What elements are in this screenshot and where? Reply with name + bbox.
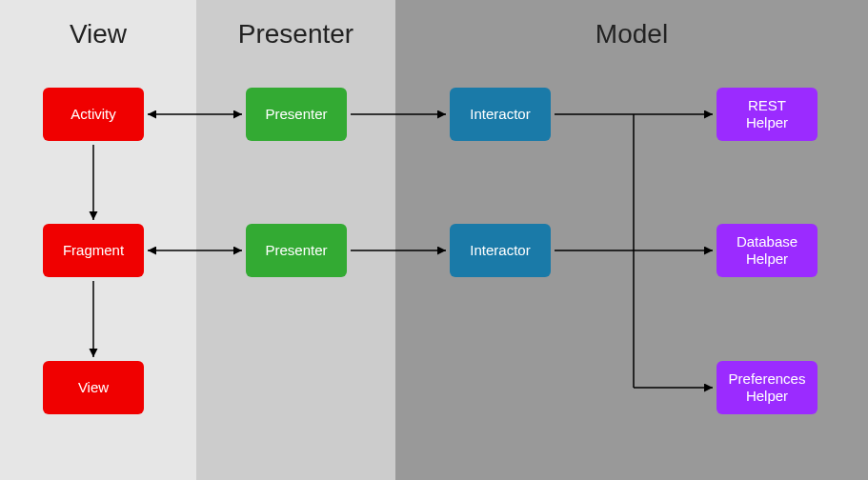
node-interactor-1: Interactor — [450, 88, 551, 141]
node-rest-helper: RESTHelper — [717, 88, 818, 141]
node-presenter-2: Presenter — [246, 224, 347, 277]
node-interactor-2: Interactor — [450, 224, 551, 277]
column-title-model: Model — [395, 0, 868, 50]
node-presenter-1: Presenter — [246, 88, 347, 141]
node-activity: Activity — [43, 88, 144, 141]
column-title-view: View — [0, 0, 196, 50]
node-fragment: Fragment — [43, 224, 144, 277]
diagram-container: View Presenter Model Activity Fragment V… — [0, 0, 868, 480]
column-title-presenter: Presenter — [196, 0, 395, 50]
node-preferences-helper: PreferencesHelper — [717, 361, 818, 414]
node-view: View — [43, 361, 144, 414]
node-database-helper: DatabaseHelper — [717, 224, 818, 277]
